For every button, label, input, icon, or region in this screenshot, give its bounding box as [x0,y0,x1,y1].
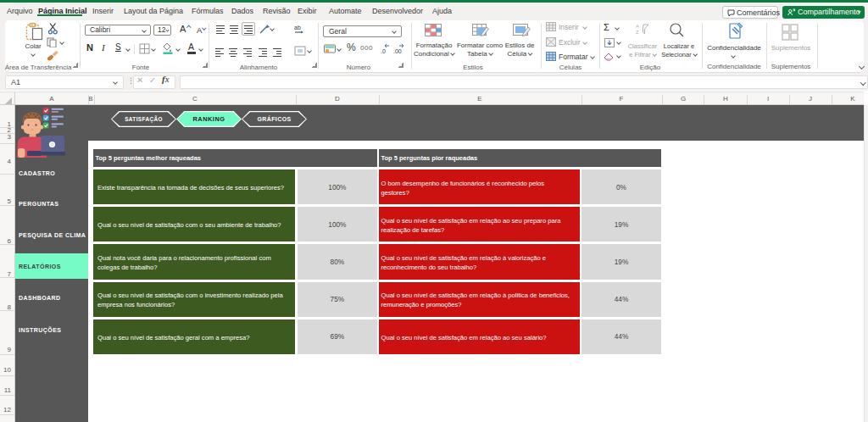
svg-text:Z: Z [636,30,639,35]
svg-text:ab: ab [294,25,301,31]
svg-text:A: A [636,24,639,29]
svg-text:.00: .00 [393,48,402,54]
svg-text:.0: .0 [381,48,386,54]
